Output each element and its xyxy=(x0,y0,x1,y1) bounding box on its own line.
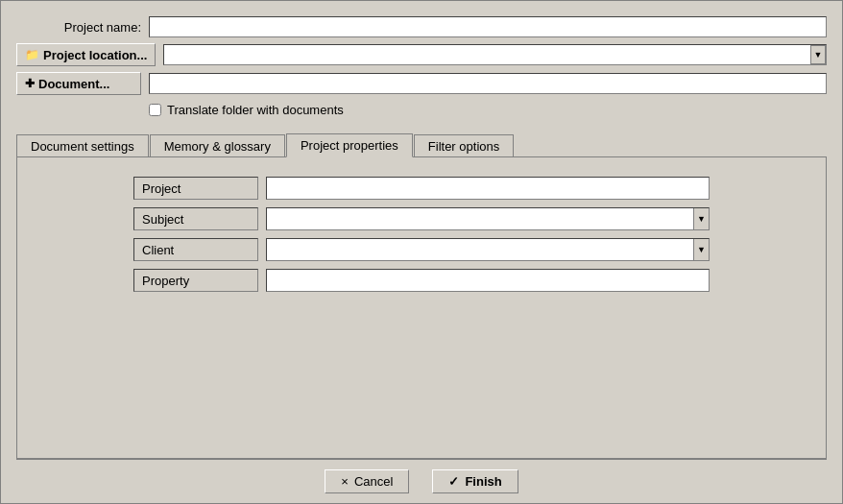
document-input[interactable] xyxy=(149,73,827,94)
main-content: Document settings Memory & glossary Proj… xyxy=(16,129,827,503)
dialog: Project name: 📁 Project location... ▼ ✚ … xyxy=(0,0,843,504)
document-button[interactable]: ✚ Document... xyxy=(16,72,141,95)
project-location-button[interactable]: 📁 Project location... xyxy=(16,43,156,66)
client-dropdown-wrap: ▼ xyxy=(266,238,710,261)
cancel-button[interactable]: × Cancel xyxy=(325,469,409,493)
property-field-label: Property xyxy=(133,269,258,292)
footer: × Cancel ✓ Finish xyxy=(16,459,827,503)
project-label-cell: Project xyxy=(133,177,258,200)
client-label-cell: Client xyxy=(133,238,258,261)
project-name-label: Project name: xyxy=(16,20,141,35)
project-field-input[interactable] xyxy=(266,177,710,200)
translate-folder-label: Translate folder with documents xyxy=(167,103,344,117)
subject-dropdown-wrap: ▼ xyxy=(266,207,710,230)
project-location-input-wrap: ▼ xyxy=(163,44,827,65)
document-icon: ✚ xyxy=(25,77,35,90)
subject-label-cell: Subject xyxy=(133,207,258,230)
subject-dropdown-arrow[interactable]: ▼ xyxy=(693,208,709,229)
translate-folder-row: Translate folder with documents xyxy=(149,103,827,117)
project-name-input[interactable] xyxy=(149,16,827,37)
finish-label: Finish xyxy=(465,474,501,489)
property-label-cell: Property xyxy=(133,269,258,292)
subject-input-cell: ▼ xyxy=(266,207,710,230)
project-name-row: Project name: xyxy=(16,16,827,37)
tab-document-settings[interactable]: Document settings xyxy=(16,134,149,157)
project-location-arrow[interactable]: ▼ xyxy=(810,45,826,64)
document-row: ✚ Document... xyxy=(16,72,827,95)
folder-icon: 📁 xyxy=(25,48,39,61)
property-field-input[interactable] xyxy=(266,269,710,292)
client-input-cell: ▼ xyxy=(266,238,710,261)
tab-content-project-properties: Project Subject ▼ xyxy=(16,156,827,459)
tab-project-properties[interactable]: Project properties xyxy=(286,133,413,157)
project-location-input[interactable] xyxy=(164,45,810,64)
project-location-label: Project location... xyxy=(43,48,147,62)
project-field-label: Project xyxy=(133,177,258,200)
translate-folder-checkbox[interactable] xyxy=(149,104,161,116)
subject-field-label: Subject xyxy=(133,207,258,230)
property-input-cell xyxy=(266,269,710,292)
tab-bar: Document settings Memory & glossary Proj… xyxy=(16,132,827,156)
tab-memory-glossary[interactable]: Memory & glossary xyxy=(150,134,285,157)
subject-field-input[interactable] xyxy=(267,208,693,229)
cancel-icon: × xyxy=(341,474,349,489)
client-dropdown-arrow[interactable]: ▼ xyxy=(693,239,709,260)
project-location-row: 📁 Project location... ▼ xyxy=(16,43,827,66)
project-input-cell xyxy=(266,177,710,200)
properties-grid: Project Subject ▼ xyxy=(133,177,710,292)
finish-icon: ✓ xyxy=(448,474,459,489)
document-label: Document... xyxy=(38,77,109,91)
cancel-label: Cancel xyxy=(354,474,393,489)
finish-button[interactable]: ✓ Finish xyxy=(432,469,518,493)
top-form: Project name: 📁 Project location... ▼ ✚ … xyxy=(16,16,827,121)
client-field-input[interactable] xyxy=(267,239,693,260)
client-field-label: Client xyxy=(133,238,258,261)
tab-filter-options[interactable]: Filter options xyxy=(414,134,514,157)
